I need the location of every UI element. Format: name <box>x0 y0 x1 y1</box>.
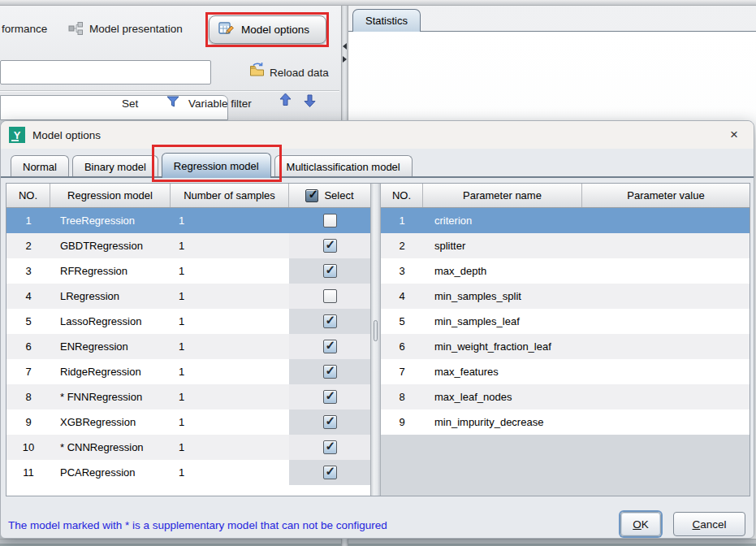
parameter-table-header: NO. Parameter name Parameter value <box>381 184 750 208</box>
regression-model-row[interactable]: 2 GBDTRegression 1 <box>6 233 370 258</box>
parameter-table: NO. Parameter name Parameter value 1 cri… <box>381 184 750 496</box>
param-row-value <box>582 258 750 284</box>
regression-model-row[interactable]: 4 LRegression 1 <box>6 284 370 309</box>
row-select-cell <box>289 309 370 334</box>
param-row-no: 4 <box>381 284 423 309</box>
text-input-field[interactable] <box>0 60 211 84</box>
row-samples: 1 <box>171 258 289 284</box>
param-row-name: min_weight_fraction_leaf <box>423 334 582 359</box>
row-select-cell <box>289 435 370 460</box>
table-splitter[interactable] <box>370 184 381 496</box>
parameter-row[interactable]: 1 criterion <box>381 208 750 233</box>
close-icon[interactable]: × <box>723 121 745 149</box>
parameter-row[interactable]: 7 max_features <box>381 359 750 384</box>
model-options-button[interactable]: Model options <box>209 15 326 44</box>
row-model-name: XGBRegression <box>50 410 171 435</box>
row-select-checkbox[interactable] <box>323 314 337 328</box>
move-up-arrow-icon[interactable] <box>279 93 292 109</box>
cancel-button[interactable]: Cancel <box>673 512 745 536</box>
dialog-tab[interactable]: Binary model <box>72 155 158 178</box>
toolbar-performance-button[interactable]: formance <box>2 23 47 35</box>
splitter-grip[interactable] <box>374 320 378 341</box>
select-all-checkbox[interactable] <box>305 189 318 202</box>
row-select-cell <box>289 359 370 384</box>
reload-data-button[interactable]: Reload data <box>270 67 329 79</box>
model-options-dialog: Y Model options × Normal Binary model Re… <box>0 120 754 539</box>
param-row-no: 5 <box>381 309 423 334</box>
header-no: NO. <box>6 184 50 207</box>
toolbar-model-presentation-button[interactable]: Model presentation <box>89 23 183 35</box>
regression-model-row[interactable]: 11 PCARegression 1 <box>6 460 370 485</box>
parameter-row[interactable]: 3 max_depth <box>381 258 750 284</box>
row-select-checkbox[interactable] <box>323 214 337 228</box>
parameter-row[interactable]: 5 min_samples_leaf <box>381 309 750 334</box>
parameter-row[interactable]: 2 splitter <box>381 233 750 258</box>
reload-data-icon <box>248 62 266 81</box>
row-model-name: * FNNRegression <box>50 384 171 410</box>
statistics-tab-label: Statistics <box>365 15 408 27</box>
row-no: 10 <box>6 435 50 460</box>
set-button[interactable]: Set <box>122 98 138 110</box>
param-row-value <box>582 208 750 233</box>
row-no: 6 <box>6 334 50 359</box>
row-select-cell <box>289 384 370 410</box>
row-select-cell <box>289 334 370 359</box>
param-row-no: 9 <box>381 410 423 435</box>
dialog-tab[interactable]: Normal <box>11 155 69 178</box>
param-row-no: 3 <box>381 258 423 284</box>
variable-filter-button[interactable]: Variable filter <box>188 98 252 110</box>
row-no: 5 <box>6 309 50 334</box>
param-row-name: splitter <box>423 233 582 258</box>
param-row-value <box>582 334 750 359</box>
row-model-name: PCARegression <box>50 460 171 485</box>
header-select-label: Select <box>324 189 353 202</box>
move-down-arrow-icon[interactable] <box>304 94 316 110</box>
header-number-of-samples: Number of samples <box>171 184 289 207</box>
row-samples: 1 <box>171 384 289 410</box>
dialog-tab-strip: Normal Binary model Regression model Mul… <box>1 149 754 178</box>
regression-model-row[interactable]: 8 * FNNRegression 1 <box>6 384 370 410</box>
tab-statistics[interactable]: Statistics <box>352 9 421 32</box>
regression-model-row[interactable]: 7 RidgeRegression 1 <box>6 359 370 384</box>
row-select-checkbox[interactable] <box>323 466 337 479</box>
regression-model-row[interactable]: 1 TreeRegression 1 <box>6 208 370 233</box>
row-select-checkbox[interactable] <box>323 340 337 353</box>
row-select-checkbox[interactable] <box>323 365 337 379</box>
parameter-row[interactable]: 8 max_leaf_nodes <box>381 384 750 410</box>
regression-model-row[interactable]: 10 * CNNRegression 1 <box>6 435 370 460</box>
dialog-tab[interactable]: Multiclassification model <box>274 155 413 178</box>
model-options-button-label: Model options <box>241 24 309 36</box>
regression-model-row[interactable]: 9 XGBRegression 1 <box>6 410 370 435</box>
row-select-checkbox[interactable] <box>323 440 337 454</box>
parameter-row[interactable]: 6 min_weight_fraction_leaf <box>381 334 750 359</box>
parameter-row[interactable]: 4 min_samples_split <box>381 284 750 309</box>
regression-model-row[interactable]: 3 RFRegression 1 <box>6 258 370 284</box>
param-row-no: 2 <box>381 233 423 258</box>
regression-model-row[interactable]: 6 ENRegression 1 <box>6 334 370 359</box>
dialog-tab-label: Multiclassification model <box>287 161 400 173</box>
row-select-checkbox[interactable] <box>323 239 337 253</box>
regression-model-row[interactable]: 5 LassoRegression 1 <box>6 309 370 334</box>
row-select-checkbox[interactable] <box>323 415 337 429</box>
dialog-title: Model options <box>32 129 101 141</box>
row-no: 1 <box>6 208 50 233</box>
ok-button[interactable]: OK <box>620 512 661 536</box>
dialog-tab-label: Binary model <box>84 161 146 173</box>
row-samples: 1 <box>171 410 289 435</box>
row-select-cell <box>289 410 370 435</box>
window-bottom-edge <box>0 539 756 546</box>
param-row-name: max_leaf_nodes <box>423 384 582 410</box>
row-select-checkbox[interactable] <box>323 390 337 404</box>
row-model-name: LassoRegression <box>50 309 171 334</box>
row-no: 4 <box>6 284 50 309</box>
row-select-cell <box>289 284 370 309</box>
row-select-checkbox[interactable] <box>323 264 337 278</box>
parameter-row[interactable]: 9 min_impurity_decrease <box>381 410 750 435</box>
ok-button-label: OK <box>633 518 649 531</box>
row-select-checkbox[interactable] <box>323 289 337 303</box>
collapse-right-icon[interactable] <box>343 56 347 63</box>
collapse-left-icon[interactable] <box>343 43 347 50</box>
param-row-name: max_features <box>423 359 582 384</box>
row-samples: 1 <box>171 359 289 384</box>
dialog-tab[interactable]: Regression model <box>162 153 271 178</box>
